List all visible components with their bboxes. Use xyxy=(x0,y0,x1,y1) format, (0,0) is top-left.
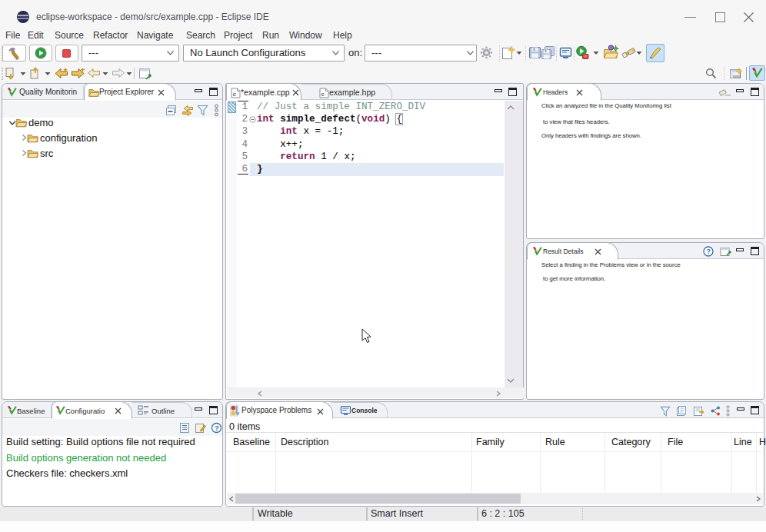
svg-text:c: c xyxy=(233,91,237,98)
svg-text:?: ? xyxy=(707,248,711,255)
svg-text:?: ? xyxy=(215,424,219,432)
